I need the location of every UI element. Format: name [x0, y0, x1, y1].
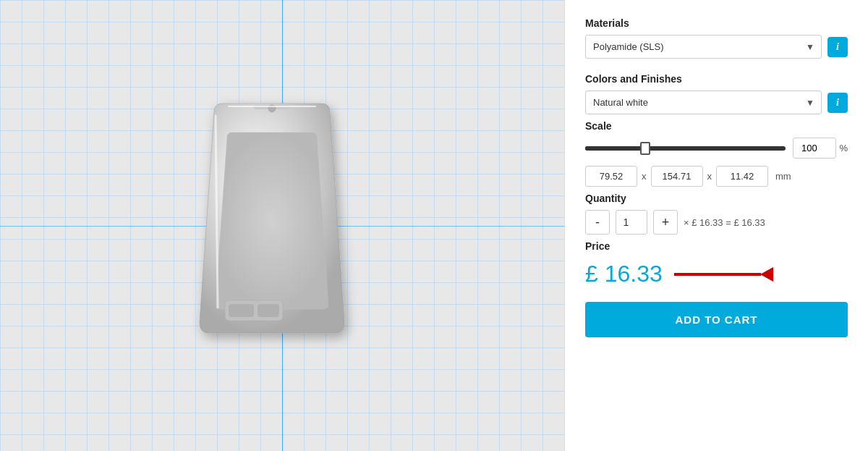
svg-rect-3 [229, 304, 254, 317]
quantity-label: Quantity [585, 193, 848, 204]
quantity-row: - + × £ 16.33 = £ 16.33 [585, 210, 848, 235]
arrow-shaft [674, 273, 761, 276]
controls-panel: Materials Polyamide (SLS) ▼ i Colors and… [564, 0, 868, 451]
dimension-z-input[interactable] [716, 166, 768, 187]
colors-label: Colors and Finishes [585, 73, 848, 85]
scale-label: Scale [585, 120, 848, 132]
price-value: £ 16.33 [585, 261, 663, 287]
scale-slider-row: % [585, 138, 848, 159]
quantity-increase-button[interactable]: + [653, 210, 678, 235]
colors-select-wrapper: Natural white ▼ [585, 90, 822, 114]
scale-slider-thumb[interactable] [640, 142, 650, 155]
colors-row: Natural white ▼ i [585, 90, 848, 114]
colors-info-button[interactable]: i [827, 93, 848, 113]
materials-select[interactable]: Polyamide (SLS) [585, 35, 822, 59]
quantity-formula: × £ 16.33 = £ 16.33 [684, 217, 765, 228]
materials-select-wrapper: Polyamide (SLS) ▼ [585, 35, 822, 59]
dimension-y-input[interactable] [651, 166, 703, 187]
quantity-decrease-button[interactable]: - [585, 210, 610, 235]
price-label: Price [585, 240, 848, 252]
arrow-head [760, 267, 773, 282]
model-viewer [0, 0, 564, 451]
scale-slider-container [585, 140, 786, 157]
dimensions-row: x x mm [585, 166, 848, 187]
colors-select[interactable]: Natural white [585, 90, 822, 114]
phone-case-model [171, 90, 373, 361]
dim-sep-2: x [707, 171, 712, 182]
materials-info-button[interactable]: i [827, 37, 848, 57]
dim-sep-1: x [642, 171, 647, 182]
scale-slider-track [585, 146, 786, 151]
scale-slider-fill [585, 146, 645, 151]
scale-percent-label: % [839, 143, 848, 153]
red-arrow-indicator [674, 267, 773, 282]
scale-value-input[interactable] [793, 138, 836, 159]
add-to-cart-button[interactable]: ADD TO CART [585, 302, 848, 337]
quantity-input[interactable] [616, 210, 647, 235]
scale-value-box: % [793, 138, 848, 159]
price-row: £ 16.33 [585, 261, 848, 287]
materials-row: Polyamide (SLS) ▼ i [585, 35, 848, 59]
dimension-unit-label: mm [775, 171, 791, 182]
dimension-x-input[interactable] [585, 166, 637, 187]
svg-rect-4 [258, 304, 279, 317]
materials-label: Materials [585, 17, 848, 29]
